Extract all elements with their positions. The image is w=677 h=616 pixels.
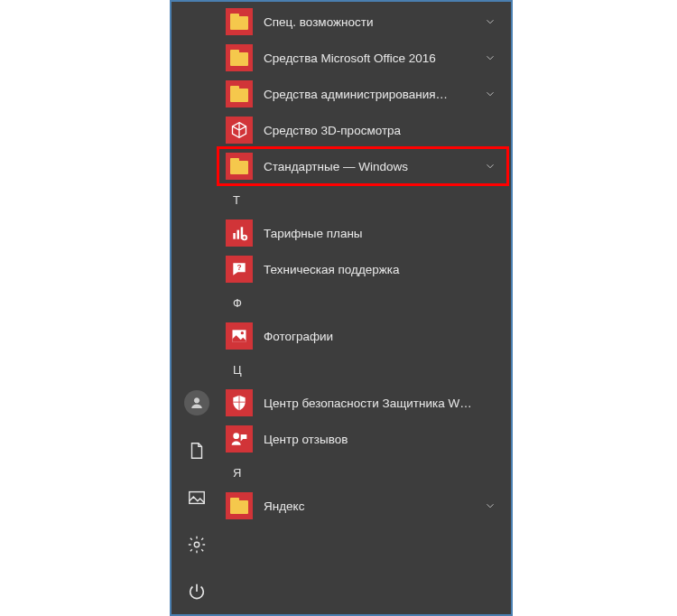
chevron-down-icon xyxy=(484,15,496,28)
shield-icon xyxy=(226,389,253,416)
app-item[interactable]: Средство 3D-просмотра xyxy=(222,112,511,148)
app-item[interactable]: Тарифные планы xyxy=(222,215,511,251)
chevron-down-icon xyxy=(484,499,496,512)
letter-header[interactable]: Я xyxy=(222,457,511,488)
app-item-label: Техническая поддержка xyxy=(264,263,496,276)
app-item-label: Стандартные — Windows xyxy=(264,160,478,173)
feedback-icon xyxy=(226,425,253,453)
app-item-label: Центр отзывов xyxy=(264,433,496,446)
app-item-label: Центр безопасности Защитника W… xyxy=(264,397,496,410)
app-list: Спец. возможностиСредства Microsoft Offi… xyxy=(222,2,511,524)
app-folder-item[interactable]: Средства администрирования… xyxy=(222,76,511,112)
app-folder-item[interactable]: Стандартные — Windows xyxy=(222,148,511,184)
svg-point-7 xyxy=(233,433,239,439)
app-item-label: Яндекс xyxy=(264,499,478,513)
app-item[interactable]: Фотографии xyxy=(222,318,511,354)
settings-icon[interactable] xyxy=(185,533,209,556)
app-folder-item[interactable]: Яндекс xyxy=(222,488,511,524)
app-item-label: Средство 3D-просмотра xyxy=(264,124,496,137)
svg-point-6 xyxy=(241,331,244,334)
cube-icon xyxy=(226,117,253,144)
app-item-label: Спец. возможности xyxy=(264,15,478,29)
user-icon[interactable] xyxy=(184,390,209,415)
app-folder-item[interactable]: Спец. возможности xyxy=(222,4,511,40)
letter-header-label: Т xyxy=(233,193,240,207)
app-item-label: Фотографии xyxy=(264,330,496,343)
folder-icon xyxy=(226,492,253,519)
documents-icon[interactable] xyxy=(185,439,209,462)
app-item-label: Средства администрирования… xyxy=(264,88,478,101)
app-item[interactable]: ?Техническая поддержка xyxy=(222,251,511,287)
letter-header-label: Я xyxy=(233,466,241,480)
left-rail xyxy=(172,390,222,607)
letter-header[interactable]: Т xyxy=(222,184,511,215)
app-item[interactable]: Центр отзывов xyxy=(222,421,511,457)
app-item-label: Тарифные планы xyxy=(264,227,496,240)
svg-point-8 xyxy=(194,398,199,403)
chat-question-icon: ? xyxy=(226,256,253,283)
app-folder-item[interactable]: Средства Microsoft Office 2016 xyxy=(222,40,511,76)
app-item[interactable]: Центр безопасности Защитника W… xyxy=(222,385,511,421)
photo-icon xyxy=(226,322,253,350)
svg-point-10 xyxy=(194,542,199,547)
svg-rect-0 xyxy=(233,233,236,239)
bars-plus-icon xyxy=(226,219,253,247)
start-menu-panel: Спец. возможностиСредства Microsoft Offi… xyxy=(170,0,513,616)
svg-text:?: ? xyxy=(236,263,241,272)
folder-icon xyxy=(226,44,253,71)
app-item-label: Средства Microsoft Office 2016 xyxy=(264,51,478,65)
svg-rect-9 xyxy=(190,492,205,504)
svg-rect-1 xyxy=(237,230,240,239)
letter-header[interactable]: Ф xyxy=(222,287,511,318)
folder-icon xyxy=(226,153,253,180)
pictures-icon[interactable] xyxy=(185,486,209,509)
chevron-down-icon xyxy=(484,160,496,173)
power-icon[interactable] xyxy=(185,580,209,603)
chevron-down-icon xyxy=(484,88,496,100)
folder-icon xyxy=(226,8,253,35)
letter-header-label: Ф xyxy=(233,296,242,310)
folder-icon xyxy=(226,80,253,107)
letter-header-label: Ц xyxy=(233,363,242,377)
chevron-down-icon xyxy=(484,51,496,64)
letter-header[interactable]: Ц xyxy=(222,354,511,385)
